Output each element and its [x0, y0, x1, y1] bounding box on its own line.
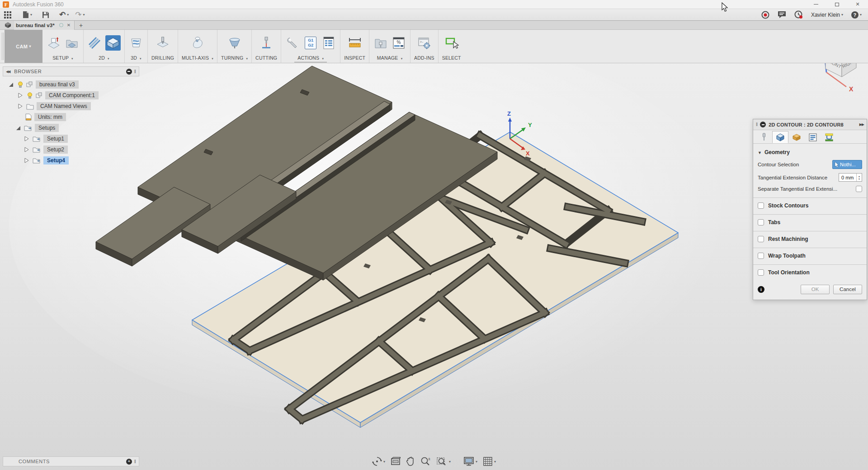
- expand-arrow-icon[interactable]: [18, 93, 23, 98]
- display-settings-button[interactable]: ▾: [461, 456, 480, 466]
- setup-sheet-button[interactable]: [321, 35, 336, 51]
- measure-button[interactable]: [347, 35, 363, 51]
- tab-linking[interactable]: [821, 131, 837, 143]
- info-icon[interactable]: i: [758, 286, 764, 293]
- browser-collapse-icon[interactable]: ◀◀: [6, 70, 9, 74]
- tree-item-label[interactable]: Units: mm: [34, 113, 66, 121]
- stock-contours-section[interactable]: Stock Contours: [758, 198, 862, 213]
- machining-time-button[interactable]: %: [391, 35, 406, 51]
- tool-orientation-section[interactable]: Tool Orientation: [758, 265, 862, 280]
- save-button[interactable]: [42, 11, 49, 19]
- ribbon-group-addins-label[interactable]: ADD-INS: [414, 54, 434, 62]
- ribbon-group-select-label[interactable]: SELECT: [442, 54, 461, 62]
- tree-item-setups[interactable]: Setups: [3, 122, 139, 133]
- tool-orientation-checkbox[interactable]: [758, 269, 764, 276]
- tree-item-setup1[interactable]: Setup1: [3, 133, 139, 144]
- new-setup-button[interactable]: [46, 35, 61, 51]
- stock-contours-checkbox[interactable]: [758, 202, 764, 209]
- cancel-button[interactable]: Cancel: [833, 285, 862, 294]
- ribbon-group-3d-label[interactable]: 3D ▾: [131, 54, 142, 62]
- tree-item-units[interactable]: Units: mm: [3, 112, 139, 122]
- post-process-button[interactable]: G1G2: [303, 35, 318, 51]
- tab-passes[interactable]: [805, 131, 821, 143]
- ribbon-group-actions-label[interactable]: ACTIONS ▾: [297, 54, 324, 62]
- browser-header[interactable]: ◀◀ BROWSER ‖: [3, 66, 139, 76]
- orbit-button[interactable]: ▾: [369, 456, 388, 466]
- addins-button[interactable]: >-: [416, 35, 432, 51]
- tangential-extension-input[interactable]: 0 mm ▲ ▼: [839, 173, 862, 182]
- separate-tangential-checkbox[interactable]: [856, 186, 862, 192]
- browser-hide-all-icon[interactable]: [126, 69, 132, 75]
- ribbon-group-manage-label[interactable]: MANAGE ▾: [377, 54, 403, 62]
- tree-item-named-views[interactable]: CAM Named Views: [3, 101, 139, 112]
- contour-selection-button[interactable]: Nothi...: [832, 160, 862, 169]
- 2d-pocket-button-selected[interactable]: [105, 35, 121, 51]
- redo-button[interactable]: ↷ ▾: [75, 10, 85, 19]
- app-grid-button[interactable]: [4, 11, 12, 19]
- 3d-pocket-button[interactable]: [128, 35, 144, 51]
- close-button[interactable]: ✕: [847, 0, 868, 9]
- dialog-collapse-icon[interactable]: [760, 122, 766, 127]
- dialog-header[interactable]: ‖ 2D CONTOUR : 2D CONTOUR8 ▶▶: [753, 119, 867, 130]
- tree-item-setup2[interactable]: Setup2: [3, 144, 139, 155]
- visibility-bulb-icon[interactable]: [17, 81, 24, 88]
- pan-button[interactable]: [403, 456, 418, 466]
- comments-bar[interactable]: COMMENTS + ‖: [3, 456, 139, 466]
- comment-bubble-icon[interactable]: [778, 11, 786, 19]
- tab-heights[interactable]: [788, 131, 805, 143]
- maximize-button[interactable]: [826, 0, 847, 9]
- tabs-checkbox[interactable]: [758, 219, 764, 226]
- tree-item-label[interactable]: Setup2: [43, 146, 68, 154]
- tab-geometry-selected[interactable]: [772, 131, 788, 143]
- turning-button[interactable]: [227, 35, 242, 51]
- ok-button[interactable]: OK: [801, 285, 830, 294]
- 2d-adaptive-button[interactable]: [87, 35, 103, 51]
- zoom-window-button[interactable]: ▾: [434, 456, 453, 466]
- grid-settings-button[interactable]: ▾: [480, 456, 499, 466]
- cutting-button[interactable]: [259, 35, 274, 51]
- zoom-button[interactable]: ±: [418, 456, 434, 466]
- ribbon-group-multiaxis-label[interactable]: MULTI-AXIS ▾: [182, 54, 213, 62]
- wrap-toolpath-checkbox[interactable]: [758, 253, 764, 259]
- tabs-section[interactable]: Tabs: [758, 215, 862, 230]
- ribbon-grip-handle[interactable]: [2, 33, 4, 60]
- document-tab[interactable]: bureau final v3* ✕: [14, 21, 75, 30]
- geometry-section-header[interactable]: ▼Geometry: [758, 149, 862, 155]
- ribbon-group-inspect-label[interactable]: INSPECT: [344, 54, 365, 62]
- comments-resize-handle[interactable]: ‖: [134, 459, 136, 464]
- tree-item-label-selected[interactable]: Setup4: [43, 156, 69, 164]
- dialog-grip-handle[interactable]: ‖: [756, 122, 758, 127]
- new-tab-button[interactable]: +: [75, 22, 87, 29]
- ribbon-group-setup-label[interactable]: SETUP ▾: [52, 54, 73, 62]
- workspace-switcher[interactable]: CAM ▾: [5, 30, 42, 63]
- tree-item-label[interactable]: CAM Component:1: [45, 91, 99, 99]
- tree-item-label[interactable]: CAM Named Views: [37, 102, 91, 110]
- browser-resize-handle[interactable]: ‖: [134, 69, 136, 74]
- expand-arrow-icon[interactable]: [16, 126, 20, 130]
- tree-item-root[interactable]: bureau final v3: [3, 79, 139, 90]
- file-menu-button[interactable]: ▾: [23, 11, 32, 19]
- tree-item-setup4-selected[interactable]: Setup4: [3, 155, 139, 166]
- wrap-toolpath-section[interactable]: Wrap Toolpath: [758, 248, 862, 263]
- ribbon-group-cutting-label[interactable]: CUTTING: [255, 54, 277, 62]
- drill-button[interactable]: [155, 35, 170, 51]
- expand-arrow-icon[interactable]: [24, 136, 29, 141]
- generate-button[interactable]: [285, 35, 300, 51]
- ribbon-group-turning-label[interactable]: TURNING ▾: [221, 54, 248, 62]
- minimize-button[interactable]: [806, 0, 826, 9]
- look-at-button[interactable]: [388, 457, 403, 466]
- job-status-clock-icon[interactable]: [794, 10, 803, 19]
- tree-item-label[interactable]: bureau final v3: [36, 80, 79, 89]
- undo-button[interactable]: ↶ ▾: [59, 10, 69, 19]
- tab-close-button[interactable]: ✕: [67, 23, 71, 28]
- help-menu[interactable]: ? ▾: [851, 11, 862, 19]
- dialog-expand-icon[interactable]: ▶▶: [859, 122, 864, 127]
- tree-item-label[interactable]: Setups: [35, 124, 59, 132]
- multiaxis-button[interactable]: [190, 35, 205, 51]
- expand-arrow-icon[interactable]: [24, 147, 29, 152]
- tool-library-button[interactable]: [373, 35, 388, 51]
- add-comment-icon[interactable]: +: [126, 459, 132, 465]
- expand-arrow-icon[interactable]: [24, 158, 29, 163]
- record-icon[interactable]: [761, 11, 769, 19]
- spinner-buttons[interactable]: ▲ ▼: [856, 174, 862, 181]
